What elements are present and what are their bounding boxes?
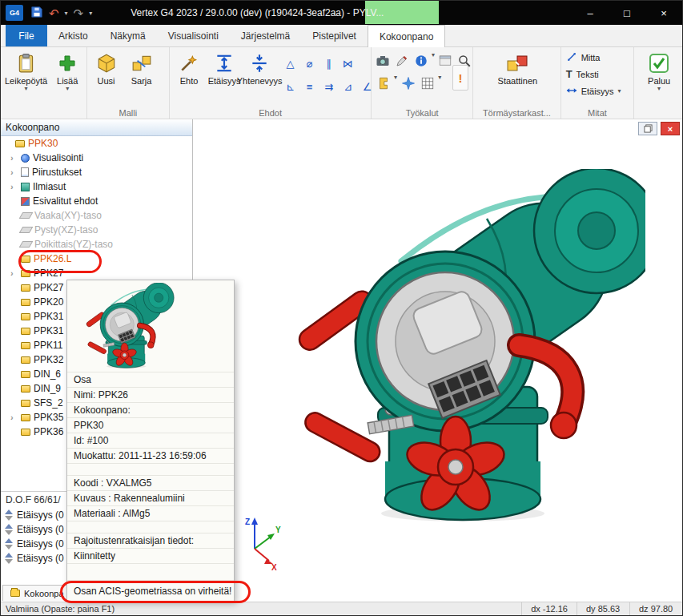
tree-item-visualisointi[interactable]: Visualisointi bbox=[1, 151, 192, 165]
maximize-button[interactable]: □ bbox=[609, 1, 645, 25]
clamp-dropdown-caret-icon[interactable]: ▾ bbox=[394, 74, 397, 91]
warning-button[interactable]: ! bbox=[452, 65, 468, 91]
info-icon[interactable] bbox=[412, 52, 429, 69]
constraint-icon-grid: △ ⌀ ∥ ⋈ ⊾ ≡ ⇉ ⊿ ∠ bbox=[282, 55, 376, 95]
expander-icon[interactable] bbox=[10, 168, 18, 177]
app-logo[interactable]: G4 bbox=[6, 5, 23, 21]
tree-item-xy-plane[interactable]: Vaaka(XY)-taso bbox=[1, 208, 192, 223]
app-window: G4 ↶ ▾ ↷ ▾ Vertex G4 2023 / 29.0.00 (dev… bbox=[0, 0, 683, 616]
z-axis-label: Z bbox=[245, 517, 250, 526]
part-icon bbox=[21, 356, 30, 364]
window-title: Vertex G4 2023 / 29.0.00 (dev) (r190424-… bbox=[131, 7, 384, 18]
group-label-ehdot: Ehdot bbox=[170, 108, 371, 118]
effects-star-icon[interactable] bbox=[400, 74, 416, 91]
tab-nakyma[interactable]: Näkymä bbox=[99, 25, 157, 46]
equal-constraint-icon[interactable]: ≡ bbox=[301, 79, 318, 95]
paste-button[interactable]: Leikepöytä ▾ bbox=[2, 49, 50, 92]
distance-measure-button[interactable]: Etäisyys ▾ bbox=[561, 83, 634, 99]
tree-item-ppk30[interactable]: PPK30 bbox=[1, 136, 192, 151]
tree-item-ppk26l[interactable]: PPK26.L bbox=[1, 252, 192, 266]
expander-icon[interactable] bbox=[10, 183, 18, 191]
plane-icon bbox=[19, 212, 34, 219]
tree-item-esivalitut-ehdot[interactable]: Esivalitut ehdot bbox=[1, 194, 192, 208]
undo-icon[interactable]: ↶ bbox=[49, 7, 59, 19]
panel-title: Kokoonpano bbox=[1, 119, 192, 136]
valve-3d-model[interactable] bbox=[269, 169, 645, 525]
expander-icon[interactable] bbox=[10, 154, 18, 163]
angle-right-constraint-icon[interactable]: ⊾ bbox=[282, 79, 299, 95]
part-icon bbox=[21, 313, 30, 320]
expander-icon[interactable] bbox=[10, 413, 18, 422]
render-camera-icon[interactable] bbox=[375, 52, 392, 69]
dz-coordinate: dz 97.80 bbox=[629, 602, 682, 615]
redo-icon[interactable]: ↷ bbox=[74, 7, 84, 19]
part-icon bbox=[21, 385, 30, 393]
ribbon-group-ehdot: Ehto Etäisyys Yhtenevyys △ ⌀ ∥ ⋈ bbox=[170, 47, 372, 119]
tooltip-row-solver-info: Rajoitustenratkaisijan tiedot: bbox=[67, 533, 234, 548]
part-icon bbox=[21, 429, 30, 436]
tab-file[interactable]: File bbox=[6, 25, 47, 46]
perpendicular-constraint-icon[interactable]: ⊿ bbox=[339, 79, 356, 95]
ribbon-group-tyokalut: ▾ ▾ ▾ ! Työkalut bbox=[372, 47, 473, 119]
dropdown-caret-icon: ▾ bbox=[657, 86, 661, 91]
y-axis-label: Y bbox=[275, 525, 281, 534]
tab-kokoonpano[interactable]: Kokoonpano bbox=[368, 25, 445, 47]
tooltip-row-assembly-label: Kokoonpano: bbox=[67, 402, 234, 417]
part-icon bbox=[21, 270, 30, 277]
tree-item-piirustukset[interactable]: Piirustukset bbox=[1, 165, 192, 179]
tooltip-row-code: Koodi : VXALMG5 bbox=[67, 475, 234, 490]
tooltip-row-fixed: Kiinnitetty bbox=[67, 548, 234, 563]
close-document-button[interactable]: × bbox=[661, 122, 680, 135]
part-icon bbox=[21, 299, 30, 306]
info-dropdown-caret-icon[interactable]: ▾ bbox=[432, 52, 435, 69]
tree-item-ilmiasut[interactable]: Ilmiasut bbox=[1, 179, 192, 194]
diameter-constraint-icon[interactable]: ⌀ bbox=[301, 55, 318, 72]
tab-visualisointi[interactable]: Visualisointi bbox=[157, 25, 230, 46]
tab-pistepilvet[interactable]: Pistepilvet bbox=[301, 25, 368, 46]
expander-icon[interactable] bbox=[10, 269, 18, 278]
series-button[interactable]: Sarja bbox=[124, 49, 159, 87]
part-icon bbox=[21, 400, 30, 407]
measure-button[interactable]: Mitta bbox=[561, 49, 634, 66]
tooltip-row-name: Nimi: PPK26 bbox=[67, 387, 234, 402]
tree-item-yz-plane[interactable]: Poikittais(YZ)-taso bbox=[1, 237, 192, 252]
distance-measure-icon bbox=[566, 85, 577, 98]
parallel-constraint-icon[interactable]: ∥ bbox=[320, 55, 337, 72]
static-collision-button[interactable]: Staattinen bbox=[496, 49, 540, 87]
measure-icon bbox=[566, 51, 577, 64]
minimize-button[interactable]: – bbox=[572, 1, 609, 25]
coincidence-button[interactable]: Yhtenevyys bbox=[242, 49, 277, 87]
grid-tool-icon[interactable] bbox=[419, 74, 436, 91]
close-button[interactable]: × bbox=[645, 1, 682, 25]
cube-icon bbox=[94, 51, 119, 75]
qat-dropdown-caret-icon[interactable]: ▾ bbox=[89, 10, 92, 17]
grid-dropdown-caret-icon[interactable]: ▾ bbox=[438, 74, 441, 91]
ribbon-tabbar: File Arkisto Näkymä Visualisointi Järjes… bbox=[1, 25, 682, 47]
ribbon: Leikepöytä ▾ Lisää ▾ Uusi Sarja bbox=[1, 47, 682, 119]
return-button[interactable]: Paluu ▾ bbox=[641, 49, 677, 92]
constraint-button[interactable]: Ehto bbox=[171, 49, 207, 87]
clamp-tool-icon[interactable] bbox=[375, 74, 392, 91]
collinear-constraint-icon[interactable]: ⇉ bbox=[320, 79, 337, 95]
3d-viewport[interactable]: × bbox=[194, 119, 682, 602]
restore-window-button[interactable] bbox=[638, 122, 657, 135]
plane-icon bbox=[19, 241, 34, 248]
symmetry-constraint-icon[interactable]: ⋈ bbox=[339, 55, 356, 72]
color-picker-icon[interactable] bbox=[394, 52, 411, 69]
drawing-icon bbox=[21, 167, 29, 177]
triangle-constraint-icon[interactable]: △ bbox=[282, 55, 299, 72]
tab-arkisto[interactable]: Arkisto bbox=[47, 25, 99, 46]
panel-bottom-tab[interactable]: Kokoonpa bbox=[2, 585, 72, 601]
add-button[interactable]: Lisää ▾ bbox=[50, 49, 85, 92]
status-message: Valmiina (Opaste: paina F1) bbox=[1, 604, 115, 614]
tree-item-ppk27a[interactable]: PPK27 bbox=[1, 266, 192, 280]
tree-item-xz-plane[interactable]: Pysty(XZ)-taso bbox=[1, 223, 192, 237]
coincidence-icon bbox=[247, 51, 271, 75]
undo-dropdown-caret-icon[interactable]: ▾ bbox=[65, 10, 68, 17]
tooltip-spacer bbox=[67, 563, 234, 580]
window-tool-icon[interactable] bbox=[437, 52, 454, 69]
text-button[interactable]: T Teksti bbox=[561, 66, 634, 83]
save-icon[interactable] bbox=[30, 6, 43, 21]
tab-jarjestelma[interactable]: Järjestelmä bbox=[230, 25, 301, 46]
new-part-button[interactable]: Uusi bbox=[89, 49, 124, 87]
